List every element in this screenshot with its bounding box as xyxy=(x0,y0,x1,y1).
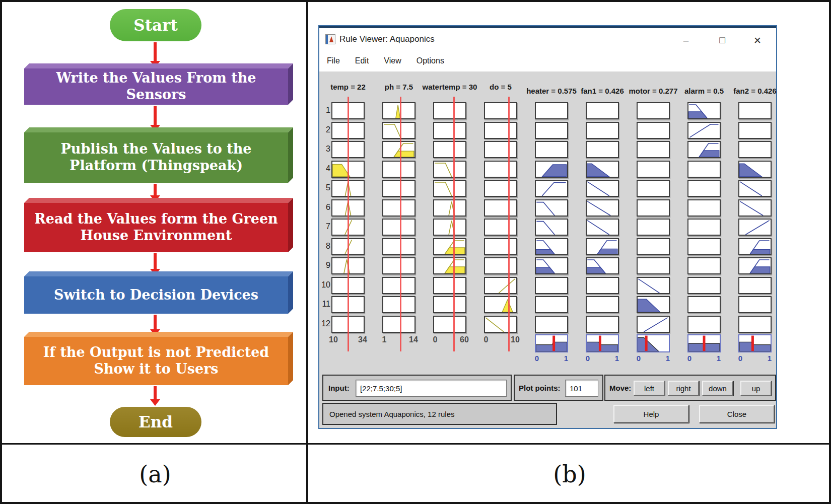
output-axis-max-motor: 1 xyxy=(666,354,670,363)
input-value-line-watertemp[interactable] xyxy=(453,97,455,351)
rule-number-6[interactable]: 6 xyxy=(319,203,330,212)
rule-cell-alarm-12 xyxy=(687,316,721,333)
box-top-face xyxy=(24,198,293,203)
output-axis-max-fan1: 1 xyxy=(615,354,619,363)
rule-cell-ph-4 xyxy=(382,161,416,178)
column-header-ph: ph = 7.5 xyxy=(385,83,413,91)
flow-node-label: Publish the Values to the Platform (Thin… xyxy=(32,141,280,174)
rule-cell-fan1-1 xyxy=(586,102,619,119)
rule-cell-do-10 xyxy=(484,277,517,294)
rule-cell-heater-1 xyxy=(535,102,568,119)
rule-number-12[interactable]: 12 xyxy=(319,319,330,328)
rule-number-11[interactable]: 11 xyxy=(319,300,330,309)
output-axis-max-heater: 1 xyxy=(564,354,568,363)
rule-cell-heater-7 xyxy=(535,219,568,236)
axis-min-ph: 1 xyxy=(382,335,387,344)
rule-cell-fan1-3 xyxy=(586,141,619,158)
rule-cell-motor-3 xyxy=(637,141,670,158)
flow-node-label: End xyxy=(138,413,173,431)
rule-cell-watertemp-9 xyxy=(433,257,466,274)
rule-cell-ph-8 xyxy=(382,238,416,255)
rule-cell-fan2-5 xyxy=(738,180,772,197)
rule-cell-alarm-2 xyxy=(687,122,721,139)
rule-cell-do-1 xyxy=(484,102,517,119)
rule-grid: temp = 22ph = 7.5watertemp = 30do = 5hea… xyxy=(319,26,776,428)
box-top-face xyxy=(24,332,293,337)
rule-number-3[interactable]: 3 xyxy=(319,145,330,154)
rule-number-5[interactable]: 5 xyxy=(319,183,330,192)
move-right-button[interactable]: right xyxy=(668,381,699,396)
rule-cell-motor-6 xyxy=(637,199,670,217)
rule-cell-alarm-1 xyxy=(687,102,721,119)
rule-cell-fan2-1 xyxy=(738,102,772,119)
input-value-line-do[interactable] xyxy=(508,97,510,351)
rule-cell-do-6 xyxy=(484,199,517,217)
rule-cell-watertemp-5 xyxy=(433,180,466,197)
rule-cell-ph-5 xyxy=(382,180,416,197)
flow-node-label: Read the Values form the Green House Env… xyxy=(32,211,280,244)
rule-cell-fan2-8 xyxy=(738,238,772,255)
rule-cell-alarm-4 xyxy=(687,161,721,178)
rule-cell-do-5 xyxy=(484,180,517,197)
rule-cell-motor-9 xyxy=(637,257,670,274)
rule-cell-fan2-7 xyxy=(738,219,772,236)
move-left-button[interactable]: left xyxy=(634,381,665,396)
rule-cell-watertemp-10 xyxy=(433,277,466,294)
status-text: Opened system Aquaponics, 12 rules xyxy=(329,404,454,424)
rule-number-1[interactable]: 1 xyxy=(319,106,330,115)
aggregate-fan1 xyxy=(586,334,619,352)
input-value-line-temp[interactable] xyxy=(348,97,349,351)
flowchart: StartWrite the Values From the SensorsPu… xyxy=(4,4,306,443)
panel-divider-vertical xyxy=(306,2,308,502)
flow-node-0: Start xyxy=(110,9,201,41)
input-value-line-ph[interactable] xyxy=(400,97,401,351)
close-button[interactable]: Close xyxy=(699,405,775,423)
rule-number-9[interactable]: 9 xyxy=(319,261,330,270)
flow-node-label: Start xyxy=(133,16,177,34)
column-header-heater: heater = 0.575 xyxy=(526,87,577,95)
rule-cell-heater-4 xyxy=(535,161,568,178)
rule-cell-watertemp-3 xyxy=(433,141,466,158)
rule-cell-fan1-10 xyxy=(586,277,619,294)
axis-min-do: 0 xyxy=(484,335,489,344)
box-side-face xyxy=(288,332,293,385)
rule-cell-alarm-10 xyxy=(687,277,721,294)
input-field[interactable]: [22;7.5;30;5] xyxy=(356,380,507,397)
rule-cell-heater-5 xyxy=(535,180,568,197)
rule-cell-fan1-11 xyxy=(586,296,619,313)
rule-number-8[interactable]: 8 xyxy=(319,242,330,251)
rule-cell-ph-7 xyxy=(382,219,416,236)
rule-cell-motor-12 xyxy=(637,316,670,333)
rule-cell-fan1-4 xyxy=(586,161,619,178)
rule-cell-fan2-4 xyxy=(738,161,772,178)
box-top-face xyxy=(24,271,293,276)
rule-number-4[interactable]: 4 xyxy=(319,164,330,173)
rule-cell-motor-4 xyxy=(637,161,670,178)
rule-number-2[interactable]: 2 xyxy=(319,125,330,134)
flow-node-label: Write the Values From the Sensors xyxy=(32,70,280,103)
help-button[interactable]: Help xyxy=(613,405,689,423)
axis-max-watertemp: 60 xyxy=(460,335,469,344)
move-down-button[interactable]: down xyxy=(702,381,733,396)
rule-number-7[interactable]: 7 xyxy=(319,222,330,231)
column-header-alarm: alarm = 0.5 xyxy=(684,87,724,95)
rule-cell-heater-11 xyxy=(535,296,568,313)
aggregate-fan2 xyxy=(738,334,772,352)
status-panel: Opened system Aquaponics, 12 rules xyxy=(322,403,557,425)
rule-number-10[interactable]: 10 xyxy=(319,280,330,290)
move-label: Move: xyxy=(609,384,631,392)
flow-arrow-1 xyxy=(154,106,157,125)
rule-cell-motor-5 xyxy=(637,180,670,197)
plot-points-field[interactable]: 101 xyxy=(565,380,598,397)
rule-cell-motor-2 xyxy=(637,122,670,139)
rule-cell-do-9 xyxy=(484,257,517,274)
output-axis-min-alarm: 0 xyxy=(687,354,691,363)
move-up-button[interactable]: up xyxy=(740,381,772,396)
rule-cell-alarm-6 xyxy=(687,199,721,217)
output-axis-min-motor: 0 xyxy=(637,354,641,363)
rule-cell-fan1-5 xyxy=(586,180,619,197)
flow-node-label: Switch to Decision Devices xyxy=(54,287,258,304)
rule-cell-heater-6 xyxy=(535,199,568,217)
rule-cell-fan2-2 xyxy=(738,122,772,139)
rule-cell-watertemp-2 xyxy=(433,122,466,139)
